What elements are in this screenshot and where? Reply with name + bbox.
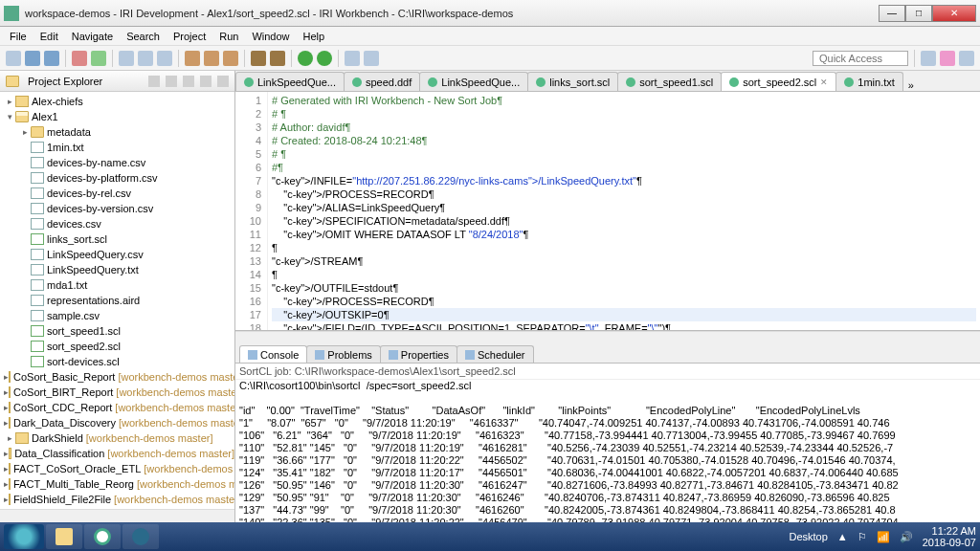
menu-file[interactable]: File xyxy=(4,29,33,44)
tool-icon[interactable] xyxy=(91,51,106,66)
console-view[interactable]: SortCL job: C:\IRI\workspace-demos\Alex1… xyxy=(235,364,980,522)
code-line[interactable]: ¶ xyxy=(272,241,976,254)
start-button[interactable] xyxy=(4,524,44,549)
tool-icon[interactable] xyxy=(251,51,266,66)
menu-edit[interactable]: Edit xyxy=(34,29,64,44)
tree-item[interactable]: ▸CoSort_CDC_Report [workbench-demos mast… xyxy=(0,400,234,415)
tool-icon[interactable] xyxy=(364,51,379,66)
code-line[interactable]: "c-key">/STREAM¶ xyxy=(272,254,976,268)
tree-item[interactable]: ▸DarkShield [workbench-demos master] xyxy=(0,430,234,446)
code-line[interactable]: "c-key">/OMIT WHERE DATAASOF LT "8/24/20… xyxy=(272,228,976,241)
new-icon[interactable] xyxy=(6,51,21,66)
tree-item[interactable]: devices-by-version.csv xyxy=(0,201,234,216)
tree-item[interactable]: sort-devices.scl xyxy=(0,354,234,369)
perspective-icon[interactable] xyxy=(921,51,936,66)
view-menu-icon[interactable] xyxy=(183,76,194,87)
run-icon[interactable] xyxy=(298,51,313,66)
project-tree[interactable]: ▸Alex-chiefs▾Alex1▸metadata1min.txtdevic… xyxy=(0,92,234,509)
tool-icon[interactable] xyxy=(157,51,172,66)
tab-overflow-icon[interactable]: » xyxy=(902,79,920,91)
tree-item[interactable]: devices-by-platform.csv xyxy=(0,170,234,186)
tool-icon[interactable] xyxy=(270,51,285,66)
system-tray[interactable]: Desktop ▲ ⚐ 📶 🔊 11:22 AM 2018-09-07 xyxy=(789,525,976,548)
code-line[interactable]: "c-key">/PROCESS=RECORD¶ xyxy=(272,187,976,201)
editor-tab[interactable]: LinkSpeedQue... xyxy=(235,72,345,91)
tool-icon[interactable] xyxy=(223,51,238,66)
tree-item[interactable]: ▾Alex1 xyxy=(0,109,234,124)
code-line[interactable]: "c-key">/ALIAS=LinkSpeedQuery¶ xyxy=(272,201,976,214)
tool-icon[interactable] xyxy=(119,51,134,66)
scrollbar-horizontal[interactable] xyxy=(235,331,980,344)
bottom-tab-problems[interactable]: Problems xyxy=(306,345,380,363)
debug-icon[interactable] xyxy=(317,51,332,66)
menu-navigate[interactable]: Navigate xyxy=(66,29,119,44)
quick-access-input[interactable] xyxy=(813,51,908,66)
collapse-all-icon[interactable] xyxy=(148,76,160,87)
save-all-icon[interactable] xyxy=(44,51,59,66)
code-line[interactable]: "c-key">/SPECIFICATION=metadata/speed.dd… xyxy=(272,214,976,228)
app-task-icon[interactable] xyxy=(122,524,159,549)
link-editor-icon[interactable] xyxy=(166,76,177,87)
tree-item[interactable]: sample.csv xyxy=(0,308,234,323)
code-editor[interactable]: 123456789101112131415161718192021 # Gene… xyxy=(235,92,980,331)
menu-help[interactable]: Help xyxy=(298,29,331,44)
tree-item[interactable]: ▸Dark_Data_Discovery [workbench-demos ma… xyxy=(0,415,234,430)
menu-window[interactable]: Window xyxy=(246,29,295,44)
tree-item[interactable]: devices-by-rel.csv xyxy=(0,186,234,201)
menu-run[interactable]: Run xyxy=(213,29,244,44)
code-line[interactable]: # ¶ xyxy=(272,147,976,161)
code-line[interactable]: # Generated with IRI Workbench - New Sor… xyxy=(272,94,976,107)
tool-icon[interactable] xyxy=(72,51,87,66)
editor-tab[interactable]: links_sort.scl xyxy=(527,72,618,91)
tray-flag-icon[interactable]: ⚐ xyxy=(858,531,867,543)
bottom-tab-console[interactable]: Console xyxy=(239,345,307,363)
tree-item[interactable]: LinkSpeedQuery.csv xyxy=(0,247,234,262)
tab-close-icon[interactable]: ✕ xyxy=(820,77,828,87)
code-line[interactable]: "c-key">/OUTSKIP=0¶ xyxy=(272,308,976,321)
close-button[interactable]: ✕ xyxy=(932,5,976,22)
tree-item[interactable]: ▸Data_Classification [workbench-demos ma… xyxy=(0,446,234,461)
tree-item[interactable]: ▸FieldShield_File2File [workbench-demos … xyxy=(0,492,234,507)
taskbar[interactable]: Desktop ▲ ⚐ 📶 🔊 11:22 AM 2018-09-07 xyxy=(0,522,980,551)
code-line[interactable]: ¶ xyxy=(272,268,976,281)
scrollbar-horizontal[interactable] xyxy=(0,509,234,522)
tree-item[interactable]: sort_speed2.scl xyxy=(0,339,234,354)
tree-item[interactable]: ▸CoSort_Basic_Report [workbench-demos ma… xyxy=(0,369,234,385)
tool-icon[interactable] xyxy=(345,51,360,66)
code-line[interactable]: # Created: 2018-08-24 10:21:48¶ xyxy=(272,134,976,147)
explorer-task-icon[interactable] xyxy=(46,524,82,549)
minimize-icon[interactable] xyxy=(200,76,212,87)
code-line[interactable]: "c-key">/FIELD=(ID, TYPE=ASCII, POSITION… xyxy=(272,321,976,330)
menu-project[interactable]: Project xyxy=(167,29,212,44)
code-line[interactable]: # Author: davidf¶ xyxy=(272,121,976,134)
tree-item[interactable]: ▸Alex-chiefs xyxy=(0,94,234,109)
tree-item[interactable]: representations.aird xyxy=(0,293,234,308)
editor-tab[interactable]: LinkSpeedQue... xyxy=(419,72,528,91)
menu-search[interactable]: Search xyxy=(121,29,166,44)
editor-tab[interactable]: speed.ddf xyxy=(344,72,420,91)
code-content[interactable]: # Generated with IRI Workbench - New Sor… xyxy=(268,92,980,330)
tree-item[interactable]: devices-by-name.csv xyxy=(0,155,234,170)
tray-chevron-icon[interactable]: ▲ xyxy=(837,531,848,542)
code-line[interactable]: "c-key">/PROCESS=RECORD¶ xyxy=(272,295,976,308)
minimize-button[interactable]: — xyxy=(879,5,905,22)
editor-tab[interactable]: sort_speed2.scl✕ xyxy=(721,72,836,91)
bottom-tab-properties[interactable]: Properties xyxy=(380,345,457,363)
code-line[interactable]: # ¶ xyxy=(272,107,976,121)
tray-volume-icon[interactable]: 🔊 xyxy=(900,531,913,543)
tray-network-icon[interactable]: 📶 xyxy=(877,531,890,543)
bottom-tab-scheduler[interactable]: Scheduler xyxy=(457,345,534,363)
tree-item[interactable]: LinkSpeedQuery.txt xyxy=(0,262,234,277)
editor-tab[interactable]: 1min.txt xyxy=(835,72,903,91)
save-icon[interactable] xyxy=(25,51,40,66)
tree-item[interactable]: links_sort.scl xyxy=(0,231,234,247)
maximize-button[interactable]: □ xyxy=(905,5,932,22)
tree-item[interactable]: mda1.txt xyxy=(0,277,234,293)
tree-item[interactable]: ▸FACT_Multi_Table_Reorg [workbench-demos… xyxy=(0,476,234,492)
tool-icon[interactable] xyxy=(204,51,219,66)
maximize-icon[interactable] xyxy=(217,76,229,87)
code-line[interactable]: "c-key">/OUTFILE=stdout¶ xyxy=(272,281,976,295)
chrome-task-icon[interactable] xyxy=(84,524,121,549)
tool-icon[interactable] xyxy=(138,51,153,66)
editor-tab[interactable]: sort_speed1.scl xyxy=(617,72,722,91)
